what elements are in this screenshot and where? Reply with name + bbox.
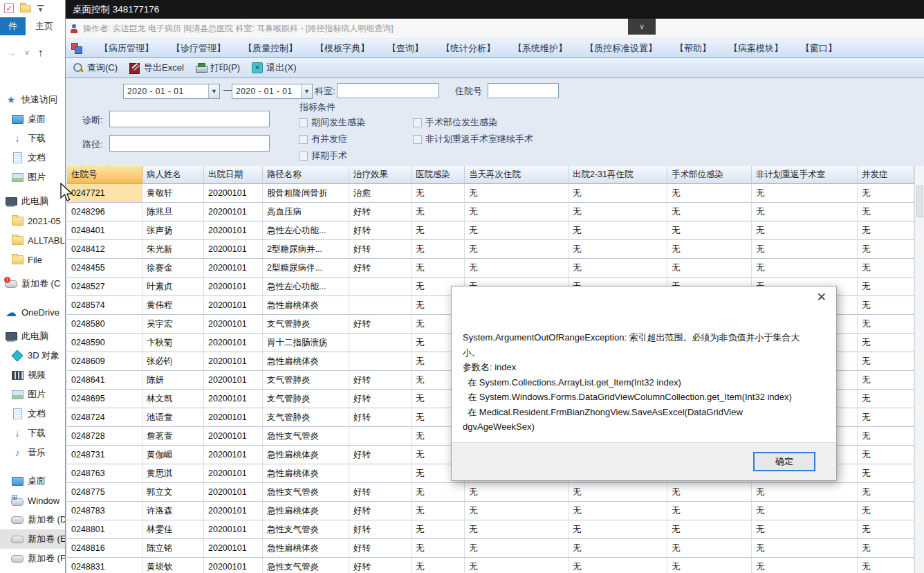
table-cell[interactable]: 无 — [858, 483, 914, 502]
table-cell[interactable]: 急性扁桃体炎 — [263, 446, 349, 464]
table-cell[interactable]: 无 — [858, 558, 914, 573]
indicator-checkbox[interactable]: 非计划重返手术室继续手术 — [413, 133, 533, 145]
column-header[interactable]: 出院日期 — [204, 166, 263, 184]
table-cell[interactable]: 无 — [858, 371, 914, 390]
table-cell[interactable]: 急性扁桃体炎 — [263, 502, 349, 520]
table-cell[interactable]: 0248783 — [67, 502, 142, 520]
table-cell[interactable]: 无 — [667, 539, 752, 558]
table-cell[interactable]: 好转 — [349, 502, 412, 520]
column-header[interactable]: 出院2-31再住院 — [569, 166, 667, 184]
table-cell[interactable]: 无 — [667, 259, 752, 278]
explorer-item[interactable]: 下载 — [0, 129, 66, 148]
table-cell[interactable]: 急性扁桃体炎 — [263, 296, 349, 315]
table-row[interactable]: 0248816陈立铭20200101急性扁桃体炎好转无无无无无无 — [67, 539, 924, 558]
table-cell[interactable] — [349, 427, 412, 446]
explorer-item[interactable]: 2021-05 — [0, 211, 66, 230]
table-cell[interactable]: 无 — [465, 539, 569, 558]
table-cell[interactable]: 好转 — [349, 390, 412, 408]
column-header[interactable]: 当天再次住院 — [465, 166, 569, 184]
table-cell[interactable]: 无 — [752, 240, 858, 259]
table-cell[interactable]: 2型糖尿病伴... — [263, 259, 349, 278]
table-cell[interactable] — [349, 278, 412, 296]
explorer-item[interactable]: 新加卷 (C — [0, 274, 66, 293]
table-cell[interactable]: 治愈 — [349, 184, 412, 203]
table-cell[interactable]: 郭立文 — [142, 483, 204, 502]
table-cell[interactable]: 无 — [465, 184, 569, 203]
table-row[interactable]: 0247721黄敬轩20200101股骨粗隆间骨折治愈无无无无无无 — [67, 184, 924, 203]
table-cell[interactable]: 好转 — [349, 446, 412, 464]
combo-arrow-icon[interactable]: ▼ — [301, 84, 312, 98]
column-header[interactable]: 住院号 — [67, 166, 142, 184]
menu-item[interactable]: 【病历管理】 — [100, 42, 154, 55]
table-cell[interactable]: 支气管肺炎 — [263, 315, 349, 334]
table-cell[interactable]: 无 — [858, 221, 914, 240]
table-cell[interactable]: 0248590 — [67, 334, 142, 352]
table-cell[interactable]: 无 — [752, 483, 858, 502]
table-row[interactable]: 0248831黄琰钦20200101急性支气管炎好转无无无无无无 — [67, 558, 924, 573]
table-cell[interactable]: 0248724 — [67, 408, 142, 427]
table-cell[interactable]: 无 — [667, 203, 752, 221]
table-cell[interactable]: 陈妍 — [142, 371, 204, 390]
table-cell[interactable]: 无 — [569, 184, 667, 203]
table-cell[interactable]: 支气管肺炎 — [263, 408, 349, 427]
table-cell[interactable]: 胃十二指肠溃疡 — [263, 334, 349, 352]
menu-item[interactable]: 【帮助】 — [675, 42, 711, 55]
checkbox[interactable] — [299, 152, 308, 161]
table-cell[interactable]: 无 — [569, 520, 667, 539]
explorer-item[interactable]: 新加卷 (D — [0, 510, 66, 529]
table-cell[interactable]: 20200101 — [204, 520, 263, 539]
checkbox[interactable] — [299, 118, 308, 127]
table-row[interactable]: 0248412朱光新202001012型糖尿病并...好转无无无无无无 — [67, 240, 924, 259]
column-header[interactable]: 医院感染 — [412, 166, 465, 184]
explorer-item[interactable]: 新加卷 (E — [0, 529, 66, 549]
table-cell[interactable]: 无 — [465, 259, 569, 278]
table-cell[interactable]: 无 — [465, 520, 569, 539]
date-from-combobox[interactable]: 2020 - 01 - 01 ▼ — [123, 84, 220, 99]
table-cell[interactable]: 0248816 — [67, 539, 142, 558]
table-cell[interactable]: 张必钧 — [142, 352, 204, 371]
diagnosis-input[interactable] — [109, 111, 270, 127]
table-cell[interactable]: 徐赛金 — [142, 259, 204, 278]
table-cell[interactable]: 20200101 — [204, 446, 263, 464]
table-cell[interactable]: 0248728 — [67, 427, 142, 446]
table-scrollbar[interactable] — [914, 166, 924, 573]
menu-item[interactable]: 【诊疗管理】 — [172, 42, 225, 55]
table-cell[interactable]: 高血压病 — [263, 203, 349, 221]
table-cell[interactable]: 0248763 — [67, 464, 142, 483]
tab-home[interactable]: 主页 — [35, 20, 53, 33]
table-cell[interactable]: 无 — [858, 203, 914, 221]
table-cell[interactable]: 无 — [412, 483, 465, 502]
table-cell[interactable]: 无 — [412, 539, 465, 558]
explorer-item[interactable]: 文档 — [0, 148, 66, 167]
table-cell[interactable]: 无 — [667, 558, 752, 573]
table-cell[interactable]: 无 — [858, 408, 914, 427]
explorer-item[interactable]: 3D 对象 — [0, 346, 66, 365]
dropdown-arrow-icon[interactable]: ▼ — [37, 5, 44, 12]
column-header[interactable]: 非计划重返手术室 — [752, 166, 858, 184]
toolbar-button[interactable]: 导出Excel — [129, 62, 184, 74]
path-input[interactable] — [109, 135, 270, 152]
table-cell[interactable] — [349, 352, 412, 371]
column-header[interactable]: 治疗效果 — [349, 166, 412, 184]
table-cell[interactable]: 好转 — [349, 483, 412, 502]
table-cell[interactable]: 无 — [858, 520, 914, 539]
table-cell[interactable]: 0248831 — [67, 558, 142, 573]
table-cell[interactable]: 0248412 — [67, 240, 142, 259]
table-cell[interactable]: 无 — [752, 520, 858, 539]
up-arrow-icon[interactable]: ↑ — [38, 46, 44, 58]
ok-button[interactable]: 确定 — [753, 452, 815, 471]
dept-input[interactable] — [337, 83, 439, 98]
table-cell[interactable]: 20200101 — [204, 296, 263, 315]
table-cell[interactable]: 好转 — [349, 259, 412, 278]
table-cell[interactable]: 20200101 — [204, 184, 263, 203]
table-cell[interactable]: 20200101 — [204, 390, 263, 408]
table-cell[interactable]: 无 — [569, 539, 667, 558]
table-row[interactable]: 0248775郭立文20200101急性支气管炎好转无无无无无无 — [67, 483, 924, 502]
explorer-item[interactable]: 此电脑 — [0, 192, 66, 211]
table-cell[interactable]: 无 — [858, 446, 914, 464]
column-header[interactable]: 并发症 — [858, 166, 914, 184]
table-cell[interactable]: 0247721 — [67, 184, 142, 203]
table-cell[interactable]: 20200101 — [204, 483, 263, 502]
explorer-item[interactable]: OneDrive — [0, 302, 66, 322]
menu-item[interactable]: 【统计分析】 — [441, 42, 495, 55]
